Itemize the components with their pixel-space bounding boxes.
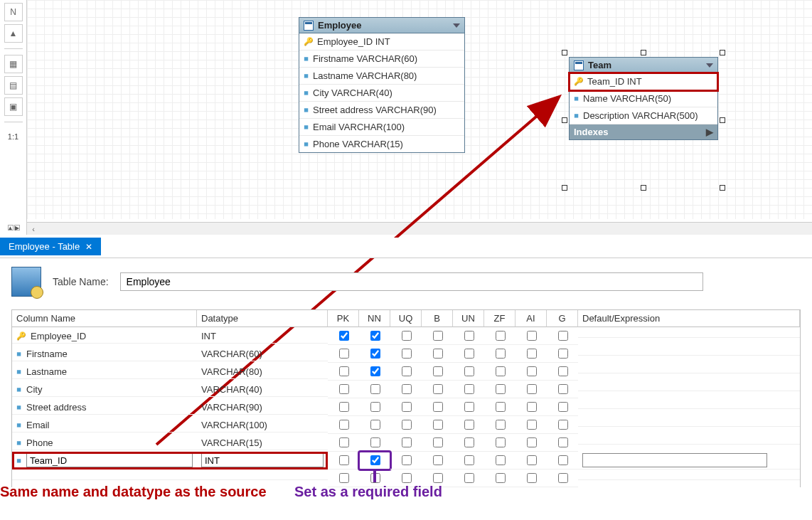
cell-datatype[interactable]: INT <box>197 329 328 344</box>
uq-checkbox[interactable] <box>402 455 412 465</box>
cell-zf[interactable] <box>484 381 515 398</box>
header-datatype[interactable]: Datatype <box>197 310 328 327</box>
cell-b[interactable] <box>422 363 453 381</box>
cell-datatype[interactable] <box>197 477 328 480</box>
un-checkbox[interactable] <box>464 420 474 430</box>
g-checkbox[interactable] <box>558 437 568 447</box>
cell-pk[interactable] <box>328 327 359 345</box>
b-checkbox[interactable] <box>433 349 443 359</box>
cell-uq[interactable] <box>390 327 422 345</box>
entity-menu-icon[interactable] <box>706 63 713 68</box>
entity-employee-col[interactable]: ◆Lastname VARCHAR(80) <box>299 68 464 85</box>
columns-grid-row[interactable]: ◆CityVARCHAR(40) <box>12 381 800 398</box>
cell-default[interactable] <box>578 388 800 391</box>
cell-datatype[interactable]: VARCHAR(100) <box>197 418 328 433</box>
tool-scroll-arrows[interactable]: ▲▶ <box>0 221 27 235</box>
cell-uq[interactable] <box>390 363 422 381</box>
uq-checkbox[interactable] <box>402 437 412 447</box>
columns-grid-row[interactable]: ◆EmailVARCHAR(100) <box>12 416 800 434</box>
ai-checkbox[interactable] <box>527 366 537 376</box>
cell-default[interactable] <box>578 352 800 356</box>
cell-datatype[interactable]: VARCHAR(15) <box>197 436 328 450</box>
cell-b[interactable] <box>422 327 453 345</box>
cell-b[interactable] <box>422 452 453 469</box>
uq-checkbox[interactable] <box>402 420 412 430</box>
un-checkbox[interactable] <box>464 384 474 394</box>
pk-checkbox[interactable] <box>339 331 349 341</box>
cell-un[interactable] <box>453 381 484 398</box>
pk-checkbox[interactable] <box>339 384 349 394</box>
columns-grid-row[interactable]: ◆LastnameVARCHAR(80) <box>12 363 800 381</box>
entity-team-indexes-section[interactable]: Indexes ▶ <box>570 124 717 139</box>
tab-employee-table[interactable]: Employee - Table ✕ <box>0 238 101 255</box>
nn-checkbox[interactable] <box>370 420 380 430</box>
cell-ai[interactable] <box>515 398 547 416</box>
ai-checkbox[interactable] <box>527 331 537 341</box>
uq-checkbox[interactable] <box>402 366 412 376</box>
cell-default[interactable] <box>578 452 800 469</box>
cell-nn[interactable] <box>359 381 390 398</box>
zf-checkbox[interactable] <box>496 420 506 430</box>
pk-checkbox[interactable] <box>339 366 349 376</box>
cell-ai[interactable] <box>515 363 547 381</box>
b-checkbox[interactable] <box>433 402 443 412</box>
cell-nn[interactable] <box>359 363 390 381</box>
g-checkbox[interactable] <box>558 420 568 430</box>
columns-grid-row[interactable]: 🔑Employee_IDINT <box>12 327 800 345</box>
ai-checkbox[interactable] <box>527 402 537 412</box>
cell-un[interactable] <box>453 469 484 487</box>
cell-column-name[interactable]: ◆City <box>12 383 197 397</box>
pk-checkbox[interactable] <box>339 349 349 359</box>
header-nn[interactable]: NN <box>359 310 390 327</box>
cell-ai[interactable] <box>515 416 547 434</box>
cell-uq[interactable] <box>390 452 422 469</box>
g-checkbox[interactable] <box>558 366 568 376</box>
un-checkbox[interactable] <box>464 473 474 483</box>
cell-zf[interactable] <box>484 345 515 363</box>
cell-g[interactable] <box>547 363 578 381</box>
cell-ai[interactable] <box>515 381 547 398</box>
nn-checkbox[interactable] <box>370 455 380 465</box>
cell-column-name[interactable]: ◆ <box>12 452 197 469</box>
entity-employee-col[interactable]: 🔑Employee_ID INT <box>299 33 464 51</box>
cell-pk[interactable] <box>328 398 359 416</box>
cell-g[interactable] <box>547 398 578 416</box>
uq-checkbox[interactable] <box>402 331 412 341</box>
b-checkbox[interactable] <box>433 420 443 430</box>
cell-g[interactable] <box>547 381 578 398</box>
header-b[interactable]: B <box>422 310 453 327</box>
columns-grid[interactable]: Column Name Datatype PK NN UQ B UN ZF AI… <box>11 309 801 487</box>
cell-nn[interactable] <box>359 345 390 363</box>
ai-checkbox[interactable] <box>527 473 537 483</box>
zf-checkbox[interactable] <box>496 437 506 447</box>
entity-team-header[interactable]: Team <box>570 58 717 73</box>
cell-default[interactable] <box>578 477 800 480</box>
pk-checkbox[interactable] <box>339 420 349 430</box>
cell-ai[interactable] <box>515 345 547 363</box>
ai-checkbox[interactable] <box>527 420 537 430</box>
zf-checkbox[interactable] <box>496 402 506 412</box>
cell-nn[interactable] <box>359 434 390 452</box>
cell-pk[interactable] <box>328 363 359 381</box>
entity-employee-col[interactable]: ◆Firstname VARCHAR(60) <box>299 51 464 68</box>
entity-employee-col[interactable]: ◆Email VARCHAR(100) <box>299 119 464 136</box>
close-icon[interactable]: ✕ <box>85 242 92 252</box>
cell-zf[interactable] <box>484 416 515 434</box>
zf-checkbox[interactable] <box>496 349 506 359</box>
zf-checkbox[interactable] <box>496 384 506 394</box>
cell-b[interactable] <box>422 345 453 363</box>
cell-un[interactable] <box>453 345 484 363</box>
entity-team-col-teamid[interactable]: 🔑Team_ID INT <box>570 73 717 90</box>
cell-b[interactable] <box>422 416 453 434</box>
cell-pk[interactable] <box>328 416 359 434</box>
columns-grid-row[interactable]: ◆FirstnameVARCHAR(60) <box>12 345 800 363</box>
b-checkbox[interactable] <box>433 437 443 447</box>
tool-view-icon[interactable]: ▤ <box>4 76 23 95</box>
entity-team[interactable]: Team 🔑Team_ID INT ◆Name VARCHAR(50) ◆Des… <box>569 57 718 140</box>
cell-ai[interactable] <box>515 327 547 345</box>
cell-pk[interactable] <box>328 434 359 452</box>
cell-zf[interactable] <box>484 469 515 487</box>
entity-team-col[interactable]: ◆Name VARCHAR(50) <box>570 90 717 107</box>
cell-nn[interactable] <box>359 398 390 416</box>
cell-zf[interactable] <box>484 398 515 416</box>
